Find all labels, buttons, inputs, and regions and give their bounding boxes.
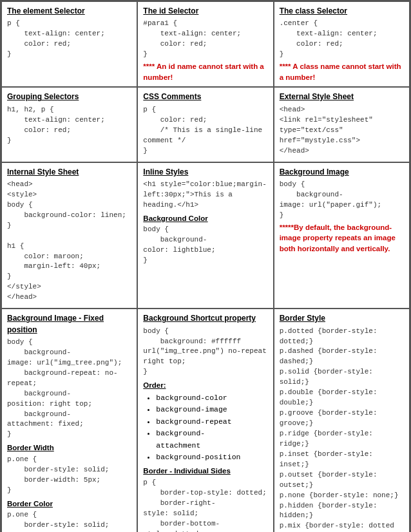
code-background-image: body { background- image: url("paper.gif… bbox=[280, 180, 404, 221]
order-list: background-color background-image backgr… bbox=[143, 392, 267, 463]
section-title-border-individual: Border - Individual Sides bbox=[143, 466, 267, 477]
code-border-style: p.dotted {border-style: dotted;} p.dashe… bbox=[280, 327, 404, 532]
section-title-order: Order: bbox=[143, 380, 267, 391]
cell-title-css-comments: CSS Comments bbox=[143, 91, 267, 102]
code-inline-styles: <h1 style="color:blue;margin-left:30px;"… bbox=[143, 180, 267, 211]
cell-title-class-selector: The class Selector bbox=[280, 6, 404, 17]
cell-title-grouping: Grouping Selectors bbox=[7, 91, 131, 102]
section-title-border-width: Border Width bbox=[7, 442, 131, 453]
cell-title-border-style: Border Style bbox=[280, 313, 404, 324]
code-id-selector: #para1 { text-align: center; color: red;… bbox=[143, 19, 267, 60]
cell-title-inline-styles: Inline Styles bbox=[143, 167, 267, 178]
cell-title-external-stylesheet: External Style Sheet bbox=[280, 91, 404, 102]
code-background-image-fixed: body { background- image: url("img_tree.… bbox=[7, 337, 131, 440]
cell-id-selector: The id Selector #para1 { text-align: cen… bbox=[137, 1, 273, 87]
id-selector-note: **** An id name cannot start with a numb… bbox=[143, 62, 263, 81]
code-grouping: h1, h2, p { text-align: center; color: r… bbox=[7, 105, 131, 146]
code-background-color: body { background- color: lightblue; } bbox=[143, 225, 267, 266]
cell-grouping-selectors: Grouping Selectors h1, h2, p { text-alig… bbox=[1, 87, 137, 162]
code-class-selector: .center { text-align: center; color: red… bbox=[280, 19, 404, 60]
code-element-selector: p { text-align: center; color: red; } bbox=[7, 19, 131, 60]
code-background-shortcut: body { background: #ffffff url("img_tree… bbox=[143, 327, 267, 378]
section-title-background-color: Background Color bbox=[143, 213, 267, 224]
cell-title-element-selector: The element Selector bbox=[7, 6, 131, 17]
cell-background-image: Background Image body { background- imag… bbox=[274, 162, 410, 309]
class-selector-note: **** A class name cannot start with a nu… bbox=[280, 62, 401, 81]
code-border-width: p.one { border-style: solid; border-widt… bbox=[7, 455, 131, 496]
order-item-5: background-position bbox=[156, 451, 267, 463]
cell-title-background-image: Background Image bbox=[280, 167, 404, 178]
code-internal-stylesheet: <head> <style> body { background-color: … bbox=[7, 180, 131, 303]
order-item-4: background-attachment bbox=[156, 428, 267, 451]
cell-border-style: Border Style p.dotted {border-style: dot… bbox=[274, 309, 410, 532]
code-css-comments: p { color: red; /* This is a single-line… bbox=[143, 105, 267, 157]
cell-title-internal-stylesheet: Internal Style Sheet bbox=[7, 167, 131, 178]
code-external-stylesheet: <head> <link rel="stylesheet" type="text… bbox=[280, 105, 404, 157]
order-item-2: background-image bbox=[156, 404, 267, 415]
cell-css-comments: CSS Comments p { color: red; /* This is … bbox=[137, 87, 273, 162]
order-item-1: background-color bbox=[156, 392, 267, 404]
cell-internal-stylesheet: Internal Style Sheet <head> <style> body… bbox=[1, 162, 137, 309]
cell-title-id-selector: The id Selector bbox=[143, 6, 267, 17]
cell-external-stylesheet: External Style Sheet <head> <link rel="s… bbox=[274, 87, 410, 162]
code-border-individual: p { border-top-style: dotted; border-rig… bbox=[143, 478, 267, 532]
section-title-border-color: Border Color bbox=[7, 499, 131, 509]
cell-element-selector: The element Selector p { text-align: cen… bbox=[1, 1, 137, 87]
order-item-3: background-repeat bbox=[156, 416, 267, 428]
cell-title-background-image-fixed: Background Image - Fixed position bbox=[7, 313, 131, 336]
cell-title-background-shortcut: Background Shortcut property bbox=[143, 313, 267, 324]
cell-class-selector: The class Selector .center { text-align:… bbox=[274, 1, 410, 87]
cell-background-image-fixed: Background Image - Fixed position body {… bbox=[1, 309, 137, 532]
css-reference-grid: The element Selector p { text-align: cen… bbox=[0, 0, 411, 532]
cell-background-shortcut: Background Shortcut property body { back… bbox=[137, 309, 273, 532]
background-image-note: *****By default, the background-image pr… bbox=[280, 223, 396, 252]
code-border-color: p.one { border-style: solid; border-colo… bbox=[7, 510, 131, 532]
cell-inline-styles: Inline Styles <h1 style="color:blue;marg… bbox=[137, 162, 273, 309]
